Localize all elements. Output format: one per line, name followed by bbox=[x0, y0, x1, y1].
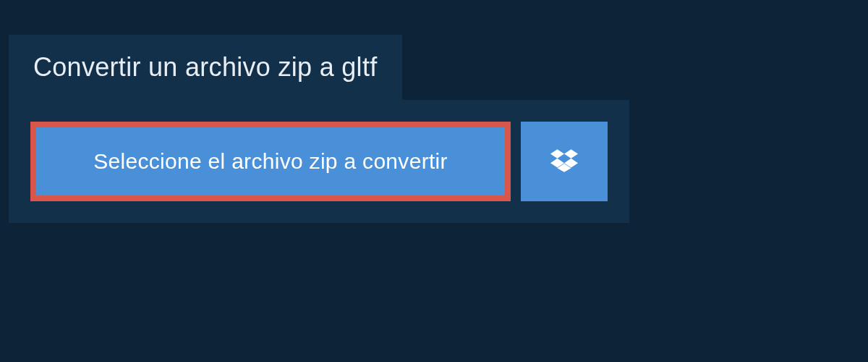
select-file-label: Seleccione el archivo zip a convertir bbox=[93, 149, 448, 174]
page-title: Convertir un archivo zip a gltf bbox=[33, 52, 378, 83]
dropbox-icon bbox=[550, 147, 578, 177]
upload-panel: Seleccione el archivo zip a convertir bbox=[9, 100, 629, 223]
dropbox-button[interactable] bbox=[521, 122, 608, 201]
title-tab: Convertir un archivo zip a gltf bbox=[9, 35, 402, 100]
select-file-button[interactable]: Seleccione el archivo zip a convertir bbox=[30, 122, 511, 201]
